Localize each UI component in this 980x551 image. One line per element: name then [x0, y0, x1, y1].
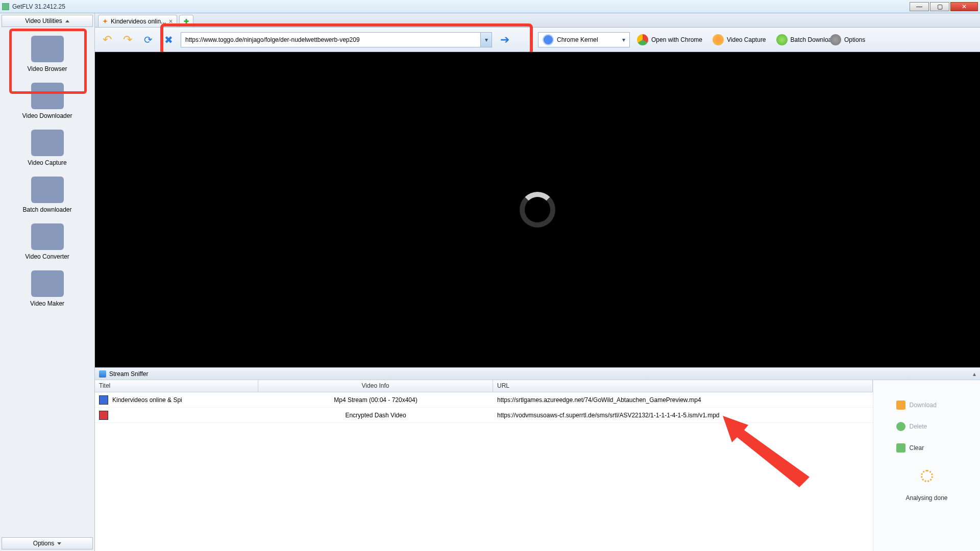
download-icon	[896, 400, 905, 410]
right-area: ✦ Kindervideos onlin... × ✚ ↶ ↷ ⟳ ✖ ▾ ➔ …	[95, 13, 980, 551]
delete-icon	[896, 422, 905, 431]
app-body: Video Utilities Video Browser Video Down…	[0, 13, 980, 551]
cell-info: Encrypted Dash Video	[258, 412, 493, 419]
collapse-up-icon	[65, 20, 69, 22]
svg-marker-0	[723, 416, 810, 487]
tab-active[interactable]: ✦ Kindervideos onlin... ×	[98, 15, 177, 27]
options-label: Options	[844, 36, 865, 43]
analysing-spinner-icon	[921, 470, 933, 482]
annotation-arrow-icon	[723, 416, 825, 487]
sidebar-item-label: Video Downloader	[7, 112, 88, 119]
tab-favicon-icon: ✦	[103, 18, 108, 25]
clear-icon	[896, 443, 905, 453]
forward-button[interactable]: ↷	[119, 32, 136, 48]
sniffer-body: Titel Video Info URL Kindervideos online…	[95, 380, 980, 551]
loading-spinner-icon	[520, 192, 555, 228]
close-button[interactable]: ✕	[950, 2, 978, 11]
cell-titel	[95, 411, 258, 420]
refresh-button[interactable]: ⟳	[140, 32, 156, 48]
sidebar-item-label: Video Maker	[7, 300, 88, 307]
sidebar-tools: Video Browser Video Downloader Video Cap…	[0, 29, 94, 536]
chevron-down-icon: ▾	[622, 36, 625, 43]
sniffer-actions: Download Delete Clear Analysing done	[873, 380, 980, 551]
clear-label: Clear	[910, 444, 924, 452]
col-info[interactable]: Video Info	[258, 380, 493, 392]
sidebar-item-video-converter[interactable]: Video Converter	[7, 217, 88, 264]
cell-url: https://srtlgames.azureedge.net/74/GoWil…	[493, 396, 873, 404]
left-header-label: Video Utilities	[25, 17, 62, 24]
chrome-color-icon	[637, 34, 648, 45]
tab-label: Kindervideos onlin...	[111, 18, 166, 25]
sniffer-header: Stream Sniffer ▴	[95, 368, 980, 380]
expand-down-icon	[57, 542, 61, 545]
capture-icon	[713, 34, 724, 45]
batch-downloader-icon	[31, 177, 64, 203]
go-button[interactable]: ➔	[496, 32, 513, 47]
left-footer-label: Options	[33, 540, 54, 547]
address-dropdown-button[interactable]: ▾	[480, 33, 492, 47]
app-icon	[2, 3, 9, 10]
open-with-chrome-button[interactable]: Open with Chrome	[634, 32, 705, 48]
sidebar-item-video-capture[interactable]: Video Capture	[7, 123, 88, 170]
video-maker-icon	[31, 270, 64, 297]
maximize-button[interactable]: ▢	[930, 2, 949, 11]
delete-label: Delete	[910, 423, 927, 430]
plus-icon: ✚	[184, 18, 189, 25]
stream-thumb-icon	[99, 411, 108, 420]
stream-sniffer-panel: Stream Sniffer ▴ Titel Video Info URL Ki…	[95, 367, 980, 551]
video-converter-icon	[31, 223, 64, 250]
address-bar-wrap: ▾	[181, 32, 492, 47]
back-button[interactable]: ↶	[99, 32, 115, 48]
sidebar-item-batch-downloader[interactable]: Batch downloader	[7, 170, 88, 217]
highlight-box-sidebar	[9, 29, 87, 94]
kernel-selector[interactable]: Chrome Kernel ▾	[538, 32, 630, 47]
tab-close-icon[interactable]: ×	[169, 18, 173, 25]
open-chrome-label: Open with Chrome	[651, 36, 702, 43]
cell-titel-text: Kindervideos online & Spi	[112, 396, 182, 404]
video-capture-icon	[31, 130, 64, 156]
sidebar-item-label: Video Converter	[7, 253, 88, 260]
grid-row[interactable]: Kindervideos online & Spi Mp4 Stream (00…	[95, 392, 873, 408]
sniffer-grid: Titel Video Info URL Kindervideos online…	[95, 380, 873, 551]
sniffer-icon	[99, 370, 106, 378]
sidebar-item-video-maker[interactable]: Video Maker	[7, 264, 88, 311]
clear-button[interactable]: Clear	[896, 443, 958, 453]
sniffer-collapse-icon[interactable]: ▴	[973, 370, 976, 378]
tab-strip: ✦ Kindervideos onlin... × ✚	[95, 13, 980, 28]
analysing-status: Analysing done	[905, 494, 947, 502]
chrome-icon	[543, 34, 554, 45]
cell-titel: Kindervideos online & Spi	[95, 395, 258, 405]
window-title: GetFLV 31.2412.25	[12, 3, 909, 10]
options-button[interactable]: Options	[827, 32, 868, 48]
grid-header: Titel Video Info URL	[95, 380, 873, 392]
sniffer-title: Stream Sniffer	[109, 370, 148, 378]
stop-button[interactable]: ✖	[160, 32, 177, 48]
address-input[interactable]	[181, 32, 492, 47]
video-capture-button[interactable]: Video Capture	[709, 32, 769, 48]
browser-toolbar: ↶ ↷ ⟳ ✖ ▾ ➔ Chrome Kernel ▾ Open with Ch…	[95, 28, 980, 52]
sidebar-item-label: Batch downloader	[7, 206, 88, 213]
video-capture-label: Video Capture	[727, 36, 766, 43]
stream-thumb-icon	[99, 395, 108, 405]
batch-icon	[776, 34, 788, 45]
titlebar: GetFLV 31.2412.25 — ▢ ✕	[0, 0, 980, 13]
tab-add-button[interactable]: ✚	[179, 15, 193, 27]
minimize-button[interactable]: —	[910, 2, 929, 11]
cell-info: Mp4 Stream (00:04 - 720x404)	[258, 396, 493, 404]
download-label: Download	[910, 402, 937, 409]
delete-button[interactable]: Delete	[896, 422, 958, 431]
left-footer[interactable]: Options	[2, 537, 93, 549]
left-header[interactable]: Video Utilities	[2, 15, 93, 27]
browser-viewport	[95, 52, 980, 367]
sidebar-item-label: Video Capture	[7, 159, 88, 166]
kernel-label: Chrome Kernel	[557, 36, 598, 43]
col-url[interactable]: URL	[493, 380, 873, 392]
download-button[interactable]: Download	[896, 400, 958, 410]
col-titel[interactable]: Titel	[95, 380, 258, 392]
left-panel: Video Utilities Video Browser Video Down…	[0, 13, 95, 551]
gear-icon	[830, 34, 841, 45]
